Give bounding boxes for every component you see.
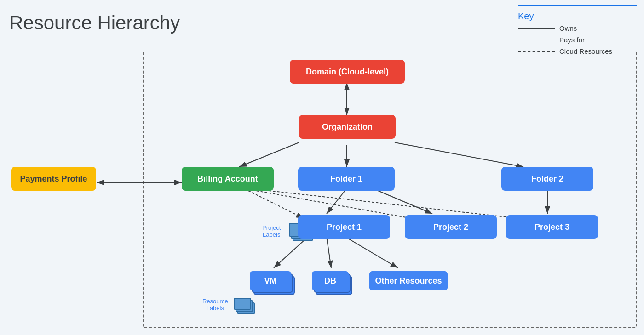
key-pays-label: Pays for [559, 36, 585, 44]
node-folder2: Folder 2 [501, 167, 593, 191]
diagram: Domain (Cloud-level) Organization Billin… [5, 46, 639, 330]
key-owns-label: Owns [559, 24, 577, 32]
node-billing-account: Billing Account [182, 167, 274, 191]
resource-labels-label: ResourceLabels [202, 298, 228, 312]
key-solid-line [518, 28, 555, 29]
node-project1: Project 1 [298, 215, 390, 239]
key-item-pays: Pays for [518, 36, 637, 44]
node-project2: Project 2 [405, 215, 497, 239]
node-other-resources: Other Resources [369, 271, 448, 290]
node-domain: Domain (Cloud-level) [290, 60, 405, 84]
key-line-decoration [518, 5, 637, 6]
node-project3: Project 3 [506, 215, 598, 239]
node-db: DB [312, 271, 349, 290]
page-title: Resource Hierarchy [9, 12, 180, 34]
key-title: Key [518, 11, 637, 22]
node-vm: VM [250, 271, 291, 290]
node-payments-profile: Payments Profile [11, 167, 96, 191]
node-organization: Organization [299, 115, 396, 139]
project-labels-label: ProjectLabels [262, 224, 281, 238]
key-item-owns: Owns [518, 24, 637, 32]
key-dotted-line [518, 40, 555, 40]
node-folder1: Folder 1 [298, 167, 395, 191]
